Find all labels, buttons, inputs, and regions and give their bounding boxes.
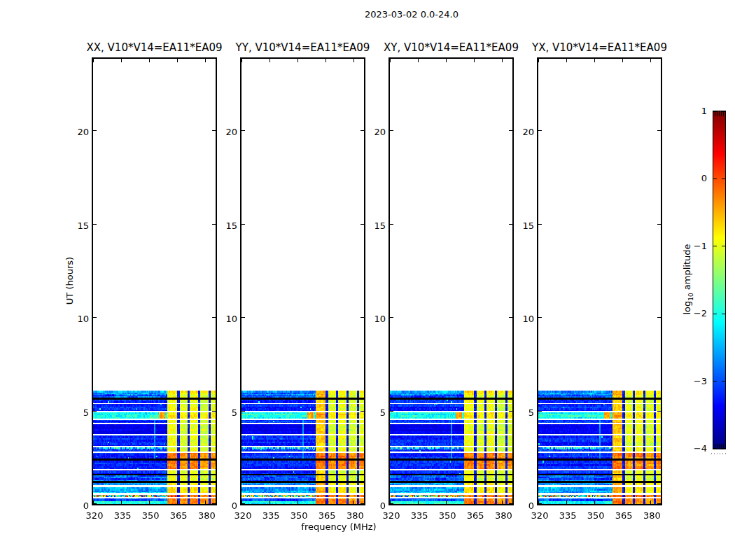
tick-x-top bbox=[149, 59, 150, 62]
y-tick-label: 0 bbox=[528, 500, 534, 511]
colorbar-label: log10 amplitude bbox=[682, 244, 694, 314]
x-tick-label: 335 bbox=[262, 510, 280, 521]
tick-x-top bbox=[390, 59, 391, 62]
figure-title: 2023-03-02 0.0-24.0 bbox=[365, 9, 458, 20]
x-tick-label: 320 bbox=[531, 510, 549, 521]
x-tick-label: 350 bbox=[587, 510, 605, 521]
colorbar-label-sub10: 10 bbox=[687, 293, 694, 300]
y-tick-label: 0 bbox=[232, 500, 237, 511]
colorbar-bottom-dots bbox=[711, 453, 728, 454]
x-tick-label: 335 bbox=[114, 510, 132, 521]
tick-x-bottom bbox=[446, 500, 447, 504]
y-tick-label: 15 bbox=[77, 220, 89, 230]
tick-x-top bbox=[241, 59, 242, 62]
x-tick-label: 380 bbox=[346, 510, 364, 521]
tick-x-top bbox=[326, 59, 326, 62]
colorbar-tick-label: 1 bbox=[701, 106, 707, 116]
x-tick-label: 380 bbox=[643, 510, 661, 521]
tick-y-left bbox=[241, 317, 245, 318]
y-tick-label: 20 bbox=[225, 127, 237, 137]
panel-yx-plot-area bbox=[538, 59, 661, 504]
tick-x-top bbox=[566, 59, 567, 62]
panel-xy: XY, V10*V14=EA11*EA09 320335350365380051… bbox=[388, 57, 514, 505]
x-tick-label: 320 bbox=[383, 510, 400, 521]
tick-y-left bbox=[538, 411, 542, 412]
colorbar-tick-label: −4 bbox=[694, 443, 707, 454]
tick-y-right bbox=[509, 130, 512, 131]
panel-yx-title: YX, V10*V14=EA11*EA09 bbox=[532, 41, 667, 54]
y-tick-label: 10 bbox=[225, 314, 237, 324]
panel-yy-title: YY, V10*V14=EA11*EA09 bbox=[236, 41, 370, 54]
y-tick-label: 10 bbox=[77, 314, 89, 324]
tick-y-left bbox=[538, 317, 542, 318]
tick-x-top bbox=[474, 59, 475, 62]
tick-y-left bbox=[390, 130, 393, 131]
figure-page: { "figure": { "title": "2023-03-02 0.0-2… bbox=[0, 0, 735, 560]
tick-x-top bbox=[502, 59, 503, 62]
colorbar-tick-label: −3 bbox=[694, 375, 707, 386]
y-tick-label: 10 bbox=[522, 314, 534, 324]
tick-y-right bbox=[657, 503, 661, 504]
y-tick-label: 10 bbox=[374, 314, 386, 324]
y-tick-label: 15 bbox=[374, 220, 386, 230]
panel-xy-plot-area bbox=[390, 59, 512, 504]
x-tick-label: 350 bbox=[290, 510, 308, 521]
tick-y-left bbox=[93, 317, 97, 318]
tick-y-left bbox=[241, 503, 245, 504]
tick-x-top bbox=[177, 59, 178, 62]
x-tick-label: 365 bbox=[467, 510, 484, 521]
tick-y-left bbox=[390, 503, 393, 504]
panel-yx-spectrogram-canvas bbox=[538, 391, 661, 504]
tick-y-right bbox=[360, 503, 364, 504]
tick-x-bottom bbox=[205, 500, 206, 504]
tick-x-bottom bbox=[149, 500, 150, 504]
tick-x-top bbox=[622, 59, 623, 62]
y-tick-label: 20 bbox=[374, 127, 386, 137]
x-tick-label: 350 bbox=[142, 510, 160, 521]
x-tick-label: 320 bbox=[234, 510, 252, 521]
tick-x-bottom bbox=[270, 500, 270, 504]
colorbar-tick-label: −2 bbox=[694, 308, 707, 318]
y-tick-label: 15 bbox=[225, 220, 237, 230]
tick-y-left bbox=[93, 130, 97, 131]
y-tick-label: 5 bbox=[528, 407, 534, 417]
y-tick-label: 0 bbox=[83, 500, 89, 511]
tick-x-top bbox=[270, 59, 270, 62]
tick-x-bottom bbox=[502, 500, 503, 504]
tick-y-left bbox=[241, 411, 245, 412]
tick-x-top bbox=[650, 59, 651, 62]
tick-x-bottom bbox=[354, 500, 354, 504]
tick-y-right bbox=[657, 224, 661, 225]
tick-x-bottom bbox=[566, 500, 567, 504]
tick-x-bottom bbox=[326, 500, 326, 504]
panel-xx-spectrogram-canvas bbox=[93, 391, 216, 504]
colorbar-label-log: log bbox=[682, 301, 692, 315]
colorbar-tick-label: −1 bbox=[694, 240, 707, 251]
tick-x-top bbox=[354, 59, 354, 62]
tick-x-top bbox=[121, 59, 122, 62]
tick-y-left bbox=[538, 224, 542, 225]
x-tick-label: 365 bbox=[170, 510, 188, 521]
y-tick-label: 15 bbox=[522, 220, 534, 230]
tick-x-bottom bbox=[418, 500, 419, 504]
y-tick-label: 20 bbox=[77, 127, 89, 137]
y-tick-label: 20 bbox=[522, 127, 534, 137]
x-tick-label: 380 bbox=[198, 510, 216, 521]
tick-y-left bbox=[93, 224, 97, 225]
panel-xx: XX, V10*V14=EA11*EA09 320335350365380051… bbox=[92, 57, 217, 505]
tick-x-top bbox=[538, 59, 539, 62]
tick-x-bottom bbox=[594, 500, 595, 504]
tick-y-right bbox=[360, 130, 364, 131]
colorbar-tick-label: 0 bbox=[701, 173, 707, 183]
panel-xx-plot-area bbox=[93, 59, 216, 504]
tick-y-left bbox=[241, 130, 245, 131]
tick-x-top bbox=[205, 59, 206, 62]
tick-y-right bbox=[212, 317, 216, 318]
y-tick-label: 0 bbox=[380, 500, 386, 511]
tick-y-left bbox=[93, 411, 97, 412]
tick-y-right bbox=[509, 317, 512, 318]
tick-x-bottom bbox=[622, 500, 623, 504]
x-tick-label: 335 bbox=[411, 510, 428, 521]
tick-x-bottom bbox=[121, 500, 122, 504]
tick-y-right bbox=[509, 224, 512, 225]
